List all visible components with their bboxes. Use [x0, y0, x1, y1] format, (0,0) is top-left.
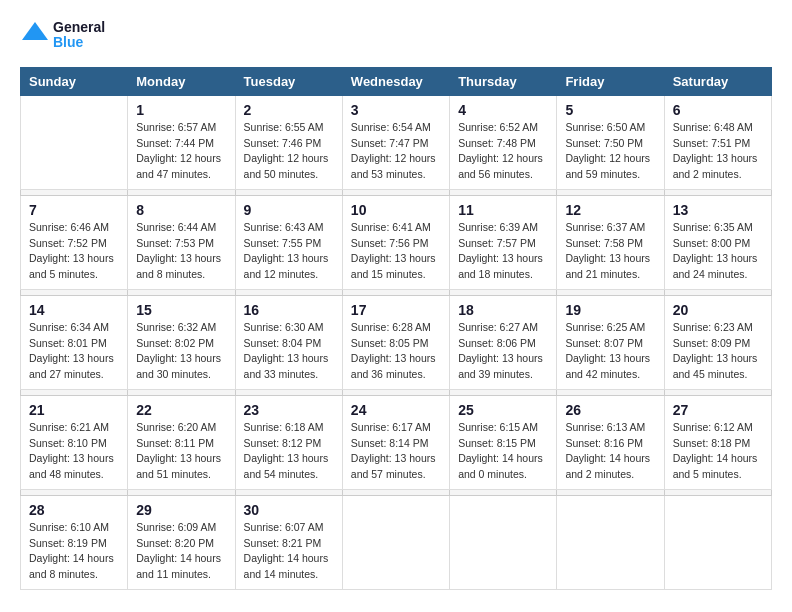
calendar-cell: 26Sunrise: 6:13 AM Sunset: 8:16 PM Dayli… [557, 395, 664, 489]
day-info: Sunrise: 6:30 AM Sunset: 8:04 PM Dayligh… [244, 320, 334, 383]
calendar-cell: 30Sunrise: 6:07 AM Sunset: 8:21 PM Dayli… [235, 495, 342, 589]
day-number: 17 [351, 302, 441, 318]
calendar-cell: 5Sunrise: 6:50 AM Sunset: 7:50 PM Daylig… [557, 95, 664, 189]
page-header: General Blue [20, 20, 772, 51]
day-info: Sunrise: 6:39 AM Sunset: 7:57 PM Dayligh… [458, 220, 548, 283]
day-number: 25 [458, 402, 548, 418]
calendar-cell: 24Sunrise: 6:17 AM Sunset: 8:14 PM Dayli… [342, 395, 449, 489]
day-number: 29 [136, 502, 226, 518]
day-number: 16 [244, 302, 334, 318]
day-number: 11 [458, 202, 548, 218]
calendar-cell: 28Sunrise: 6:10 AM Sunset: 8:19 PM Dayli… [21, 495, 128, 589]
day-number: 23 [244, 402, 334, 418]
day-info: Sunrise: 6:54 AM Sunset: 7:47 PM Dayligh… [351, 120, 441, 183]
calendar-week-row: 1Sunrise: 6:57 AM Sunset: 7:44 PM Daylig… [21, 95, 772, 189]
day-number: 8 [136, 202, 226, 218]
day-number: 4 [458, 102, 548, 118]
calendar-cell: 18Sunrise: 6:27 AM Sunset: 8:06 PM Dayli… [450, 295, 557, 389]
col-header-monday: Monday [128, 67, 235, 95]
day-info: Sunrise: 6:13 AM Sunset: 8:16 PM Dayligh… [565, 420, 655, 483]
day-number: 24 [351, 402, 441, 418]
day-info: Sunrise: 6:32 AM Sunset: 8:02 PM Dayligh… [136, 320, 226, 383]
day-number: 27 [673, 402, 763, 418]
day-number: 15 [136, 302, 226, 318]
day-info: Sunrise: 6:41 AM Sunset: 7:56 PM Dayligh… [351, 220, 441, 283]
day-number: 28 [29, 502, 119, 518]
day-number: 5 [565, 102, 655, 118]
calendar-cell: 16Sunrise: 6:30 AM Sunset: 8:04 PM Dayli… [235, 295, 342, 389]
calendar-cell: 13Sunrise: 6:35 AM Sunset: 8:00 PM Dayli… [664, 195, 771, 289]
day-info: Sunrise: 6:09 AM Sunset: 8:20 PM Dayligh… [136, 520, 226, 583]
day-number: 12 [565, 202, 655, 218]
day-info: Sunrise: 6:50 AM Sunset: 7:50 PM Dayligh… [565, 120, 655, 183]
calendar-cell [342, 495, 449, 589]
day-info: Sunrise: 6:55 AM Sunset: 7:46 PM Dayligh… [244, 120, 334, 183]
day-info: Sunrise: 6:23 AM Sunset: 8:09 PM Dayligh… [673, 320, 763, 383]
day-info: Sunrise: 6:37 AM Sunset: 7:58 PM Dayligh… [565, 220, 655, 283]
col-header-friday: Friday [557, 67, 664, 95]
col-header-sunday: Sunday [21, 67, 128, 95]
day-info: Sunrise: 6:25 AM Sunset: 8:07 PM Dayligh… [565, 320, 655, 383]
day-info: Sunrise: 6:57 AM Sunset: 7:44 PM Dayligh… [136, 120, 226, 183]
calendar-cell: 19Sunrise: 6:25 AM Sunset: 8:07 PM Dayli… [557, 295, 664, 389]
calendar-cell: 27Sunrise: 6:12 AM Sunset: 8:18 PM Dayli… [664, 395, 771, 489]
calendar-cell: 2Sunrise: 6:55 AM Sunset: 7:46 PM Daylig… [235, 95, 342, 189]
day-info: Sunrise: 6:20 AM Sunset: 8:11 PM Dayligh… [136, 420, 226, 483]
calendar-cell: 17Sunrise: 6:28 AM Sunset: 8:05 PM Dayli… [342, 295, 449, 389]
day-number: 22 [136, 402, 226, 418]
calendar-cell [450, 495, 557, 589]
day-info: Sunrise: 6:27 AM Sunset: 8:06 PM Dayligh… [458, 320, 548, 383]
calendar-cell: 3Sunrise: 6:54 AM Sunset: 7:47 PM Daylig… [342, 95, 449, 189]
day-info: Sunrise: 6:07 AM Sunset: 8:21 PM Dayligh… [244, 520, 334, 583]
logo-line2: Blue [53, 35, 105, 50]
calendar-week-row: 21Sunrise: 6:21 AM Sunset: 8:10 PM Dayli… [21, 395, 772, 489]
calendar-cell [21, 95, 128, 189]
day-number: 21 [29, 402, 119, 418]
day-number: 30 [244, 502, 334, 518]
day-number: 20 [673, 302, 763, 318]
calendar-cell: 4Sunrise: 6:52 AM Sunset: 7:48 PM Daylig… [450, 95, 557, 189]
logo-text: General Blue [20, 20, 105, 51]
calendar-cell: 29Sunrise: 6:09 AM Sunset: 8:20 PM Dayli… [128, 495, 235, 589]
calendar-table: SundayMondayTuesdayWednesdayThursdayFrid… [20, 67, 772, 590]
calendar-cell: 6Sunrise: 6:48 AM Sunset: 7:51 PM Daylig… [664, 95, 771, 189]
day-number: 18 [458, 302, 548, 318]
calendar-week-row: 7Sunrise: 6:46 AM Sunset: 7:52 PM Daylig… [21, 195, 772, 289]
day-info: Sunrise: 6:15 AM Sunset: 8:15 PM Dayligh… [458, 420, 548, 483]
calendar-cell: 9Sunrise: 6:43 AM Sunset: 7:55 PM Daylig… [235, 195, 342, 289]
calendar-cell: 1Sunrise: 6:57 AM Sunset: 7:44 PM Daylig… [128, 95, 235, 189]
day-number: 7 [29, 202, 119, 218]
day-info: Sunrise: 6:48 AM Sunset: 7:51 PM Dayligh… [673, 120, 763, 183]
calendar-week-row: 14Sunrise: 6:34 AM Sunset: 8:01 PM Dayli… [21, 295, 772, 389]
day-number: 1 [136, 102, 226, 118]
day-info: Sunrise: 6:34 AM Sunset: 8:01 PM Dayligh… [29, 320, 119, 383]
calendar-cell: 22Sunrise: 6:20 AM Sunset: 8:11 PM Dayli… [128, 395, 235, 489]
col-header-tuesday: Tuesday [235, 67, 342, 95]
day-info: Sunrise: 6:12 AM Sunset: 8:18 PM Dayligh… [673, 420, 763, 483]
calendar-cell [557, 495, 664, 589]
calendar-cell: 23Sunrise: 6:18 AM Sunset: 8:12 PM Dayli… [235, 395, 342, 489]
day-info: Sunrise: 6:52 AM Sunset: 7:48 PM Dayligh… [458, 120, 548, 183]
calendar-week-row: 28Sunrise: 6:10 AM Sunset: 8:19 PM Dayli… [21, 495, 772, 589]
day-number: 26 [565, 402, 655, 418]
calendar-cell: 7Sunrise: 6:46 AM Sunset: 7:52 PM Daylig… [21, 195, 128, 289]
day-info: Sunrise: 6:21 AM Sunset: 8:10 PM Dayligh… [29, 420, 119, 483]
calendar-cell: 25Sunrise: 6:15 AM Sunset: 8:15 PM Dayli… [450, 395, 557, 489]
day-number: 13 [673, 202, 763, 218]
logo-bird-icon [20, 20, 50, 50]
calendar-cell [664, 495, 771, 589]
col-header-thursday: Thursday [450, 67, 557, 95]
day-info: Sunrise: 6:44 AM Sunset: 7:53 PM Dayligh… [136, 220, 226, 283]
calendar-cell: 21Sunrise: 6:21 AM Sunset: 8:10 PM Dayli… [21, 395, 128, 489]
day-info: Sunrise: 6:43 AM Sunset: 7:55 PM Dayligh… [244, 220, 334, 283]
day-info: Sunrise: 6:35 AM Sunset: 8:00 PM Dayligh… [673, 220, 763, 283]
calendar-cell: 20Sunrise: 6:23 AM Sunset: 8:09 PM Dayli… [664, 295, 771, 389]
day-number: 19 [565, 302, 655, 318]
calendar-cell: 10Sunrise: 6:41 AM Sunset: 7:56 PM Dayli… [342, 195, 449, 289]
col-header-wednesday: Wednesday [342, 67, 449, 95]
day-number: 10 [351, 202, 441, 218]
day-number: 2 [244, 102, 334, 118]
day-info: Sunrise: 6:46 AM Sunset: 7:52 PM Dayligh… [29, 220, 119, 283]
day-number: 14 [29, 302, 119, 318]
logo-line1: General [53, 20, 105, 35]
